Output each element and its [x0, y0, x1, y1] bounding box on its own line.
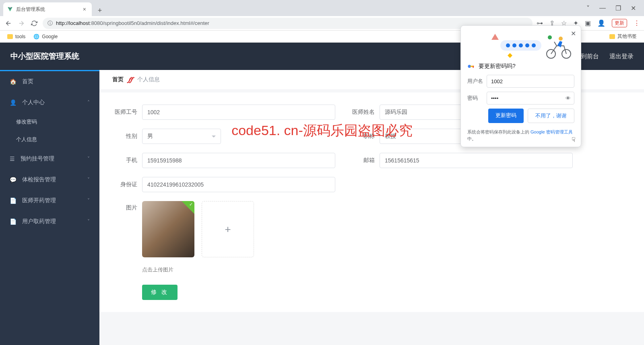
chevron-down-icon: ˅: [87, 156, 90, 162]
sidebar-sub-profile[interactable]: 个人信息: [0, 131, 99, 148]
popup-pass-field[interactable]: ••••👁: [487, 92, 574, 105]
new-tab-button[interactable]: +: [94, 5, 105, 16]
app-title: 中小型医院管理系统: [10, 51, 79, 62]
password-manager-link[interactable]: Google 密码管理工具: [530, 129, 573, 134]
sidebar: 🏠首页 👤个人中心˄ 修改密码 个人信息 ☰预约挂号管理˅ 💬体检报告管理˅ 📄…: [0, 70, 99, 345]
plus-icon: +: [225, 223, 231, 236]
url-input[interactable]: ⓘ http://localhost:8080/springbootil5n0/…: [43, 18, 533, 29]
submit-button[interactable]: 修 改: [142, 285, 178, 300]
popup-pass-label: 密码: [467, 94, 487, 102]
chevron-down-icon: ˅: [87, 177, 90, 183]
popup-hero: [467, 31, 574, 60]
bookmark-other[interactable]: 其他书签: [609, 33, 637, 40]
chat-icon: 💬: [10, 177, 17, 183]
crumb-logo-icon: 𝒇𝒇: [128, 76, 132, 83]
browser-tab-strip: 后台管理系统 × + ˅ — ❐ ✕: [0, 0, 644, 16]
label-name: 医师姓名: [345, 109, 380, 116]
upload-button[interactable]: +: [202, 201, 254, 257]
site-info-icon[interactable]: ⓘ: [47, 20, 53, 27]
logout-link[interactable]: 退出登录: [609, 53, 634, 60]
input-id[interactable]: 1002: [142, 105, 335, 120]
sidebar-sub-password[interactable]: 修改密码: [0, 113, 99, 131]
label-id: 医师工号: [107, 109, 142, 116]
select-gender[interactable]: 男: [142, 129, 221, 144]
list-icon: ☰: [10, 156, 15, 162]
popup-user-label: 用户名: [467, 78, 487, 85]
vue-icon: [7, 6, 13, 12]
browser-tab[interactable]: 后台管理系统 ×: [3, 2, 92, 16]
reload-button[interactable]: [30, 19, 39, 28]
label-idcard: 身份证: [107, 181, 142, 188]
home-icon: 🏠: [10, 78, 17, 85]
key-icon: [467, 63, 475, 70]
popup-password-row: 密码 ••••👁: [467, 92, 574, 105]
menu-icon[interactable]: ⋮: [634, 19, 640, 27]
no-thanks-button[interactable]: 不用了，谢谢: [528, 109, 574, 123]
window-maximize-icon[interactable]: ❐: [615, 4, 621, 12]
sidebar-item-appointment[interactable]: ☰预约挂号管理˅: [0, 148, 99, 169]
popup-title: 要更新密码吗?: [467, 63, 574, 70]
cyclist-icon: [545, 35, 573, 59]
input-email[interactable]: 15615615615: [380, 153, 573, 168]
folder-icon: [609, 34, 615, 39]
profile-icon[interactable]: 👤: [597, 19, 605, 27]
url-text: http://localhost:8080/springbootil5n0/ad…: [56, 20, 209, 26]
update-chip[interactable]: 更新: [612, 19, 627, 27]
label-gender: 性别: [107, 133, 142, 140]
eye-icon[interactable]: 👁: [566, 95, 571, 101]
bookmark-tools[interactable]: tools: [7, 34, 25, 39]
back-button[interactable]: [4, 19, 13, 28]
tab-title: 后台管理系统: [16, 6, 78, 13]
label-title: 职称: [345, 133, 380, 140]
sidebar-item-personal[interactable]: 👤个人中心˄: [0, 92, 99, 113]
password-save-popup: ✕ 要更新密码吗? 用户名 1002 密码 ••••👁 更新密码 不用了，谢谢 …: [460, 25, 581, 147]
chevron-down-icon: ˅: [87, 219, 90, 224]
popup-footer: 系统会将密码保存到此设备上的 Google 密码管理工具中。: [467, 129, 574, 142]
tab-close-icon[interactable]: ×: [81, 6, 88, 12]
label-phone: 手机: [107, 157, 142, 164]
input-phone[interactable]: 15915915988: [142, 153, 335, 168]
popup-user-field[interactable]: 1002: [487, 75, 574, 88]
doc-icon: 📄: [10, 218, 17, 225]
crumb-home[interactable]: 首页: [112, 76, 124, 83]
window-controls: ˅ — ❐ ✕: [578, 0, 644, 16]
chevron-down-icon: ˅: [87, 198, 90, 203]
popup-username-row: 用户名 1002: [467, 75, 574, 88]
svg-rect-6: [473, 66, 474, 68]
folder-icon: [7, 34, 13, 39]
update-password-button[interactable]: 更新密码: [488, 109, 524, 123]
globe-icon: 🌐: [33, 34, 39, 39]
window-dropdown-icon[interactable]: ˅: [586, 4, 590, 12]
sidebar-item-prescription[interactable]: 📄医师开药管理˅: [0, 190, 99, 211]
bookmark-google[interactable]: 🌐Google: [33, 34, 58, 39]
upload-hint: 点击上传图片: [142, 266, 636, 273]
sidebar-item-pickup[interactable]: 📄用户取药管理˅: [0, 211, 99, 232]
label-photo: 图片: [107, 201, 142, 212]
window-minimize-icon[interactable]: —: [599, 4, 606, 12]
input-idcard[interactable]: 410224199610232005: [142, 177, 335, 192]
triangle-icon: [491, 34, 499, 41]
sidebar-item-home[interactable]: 🏠首页: [0, 71, 99, 92]
cursor-icon: ☟: [572, 136, 576, 144]
user-icon: 👤: [10, 99, 17, 106]
to-front-link[interactable]: 到前台: [581, 53, 599, 60]
window-close-icon[interactable]: ✕: [631, 4, 636, 12]
chevron-up-icon: ˄: [87, 100, 90, 105]
label-email: 邮箱: [345, 157, 380, 164]
diamond-icon: [508, 53, 512, 58]
sidepanel-icon[interactable]: ▣: [585, 19, 591, 27]
photo-thumbnail[interactable]: [142, 201, 194, 257]
svg-point-3: [559, 37, 563, 41]
sidebar-item-report[interactable]: 💬体检报告管理˅: [0, 169, 99, 190]
crumb-current: 个人信息: [137, 76, 160, 83]
forward-button[interactable]: [17, 19, 26, 28]
doc-icon: 📄: [10, 197, 17, 204]
